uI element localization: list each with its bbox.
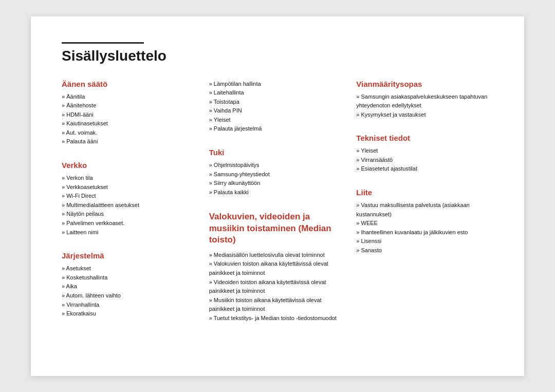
list-item[interactable]: Lämpötilan hallinta [209, 80, 346, 89]
list-item[interactable]: Samsungin asiakaspalvelukeskukseen tapah… [356, 92, 493, 110]
list-item[interactable]: Palvelimen verkkoaset. [62, 219, 199, 228]
list-item[interactable]: HDMI-ääni [62, 110, 199, 120]
section: Äänen säätöÄänitilaÄänitehosteHDMI-ääniK… [62, 80, 199, 147]
list-item[interactable]: Asetukset [62, 264, 199, 273]
column-3: VianmääritysopasSamsungin asiakaspalvelu… [356, 80, 493, 338]
list-item[interactable]: Autom. lähteen vaihto [62, 291, 199, 301]
section-title: Liite [356, 188, 493, 197]
list-item[interactable]: WEEE [356, 219, 493, 228]
list-item[interactable]: Virranhallinta [62, 301, 199, 310]
list-item[interactable]: Kaiutinasetukset [62, 119, 199, 128]
list-item[interactable]: Yleiset [356, 146, 493, 156]
list-item[interactable]: Mediasisällön luettelosivulla olevat toi… [209, 251, 346, 260]
list-item[interactable]: Vastuu maksullisesta palvelusta (asiakka… [356, 201, 493, 219]
list-item[interactable]: Multimedialaittteen asetukset [62, 201, 199, 210]
list-item[interactable]: Äänitila [62, 92, 199, 102]
section: Valokuvien, videoiden ja musiikin toista… [209, 211, 346, 323]
list-item[interactable]: Lisenssi [356, 237, 493, 246]
list-item[interactable]: Musiikin toiston aikana käytettävissä ol… [209, 296, 346, 314]
section: LiiteVastuu maksullisesta palvelusta (as… [356, 188, 493, 255]
list-item[interactable]: Näytön peilaus [62, 210, 199, 219]
section: Lämpötilan hallintaLaitehallintaToistota… [209, 80, 346, 134]
list-item[interactable]: Kysymykset ja vastaukset [356, 110, 493, 120]
section: VianmääritysopasSamsungin asiakaspalvelu… [356, 80, 493, 120]
list-item[interactable]: Yleiset [209, 116, 346, 125]
list-item[interactable]: Sanasto [356, 246, 493, 255]
list-item[interactable]: Palauta ääni [62, 137, 199, 146]
section: TukiOhjelmistopäivitysSamsung-yhteystied… [209, 148, 346, 197]
list-item[interactable]: Aika [62, 282, 199, 291]
list-item[interactable]: Ihanteellinen kuvanlaatu ja jälkikuvien … [356, 228, 493, 237]
title-bar [62, 42, 144, 44]
list-item[interactable]: Aut. voimak. [62, 128, 199, 138]
list-item[interactable]: Siirry alkunäyttöön [209, 179, 346, 188]
list-item[interactable]: Virransäästö [356, 156, 493, 165]
section-title: Valokuvien, videoiden ja musiikin toista… [209, 211, 346, 245]
section-title: Tuki [209, 148, 346, 157]
list-item[interactable]: Verkkoasetukset [62, 183, 199, 192]
section-title: Äänen säätö [62, 80, 199, 88]
page-title: Sisällysluettelo [62, 48, 493, 64]
section-title: Tekniset tiedot [356, 134, 493, 142]
list-item[interactable]: Verkon tila [62, 174, 199, 183]
list-item[interactable]: Vaihda PIN [209, 106, 346, 116]
section: Tekniset tiedotYleisetVirransäästöEsiase… [356, 134, 493, 174]
list-item[interactable]: Palauta järjestelmä [209, 124, 346, 134]
list-item[interactable]: Toistotapa [209, 98, 346, 107]
section-title: Verkko [62, 161, 199, 170]
section: JärjestelmäAsetuksetKosketushallintaAika… [62, 251, 199, 319]
column-1: Äänen säätöÄänitilaÄänitehosteHDMI-ääniK… [62, 80, 209, 338]
section-title: Vianmääritysopas [356, 80, 493, 88]
list-item[interactable]: Palauta kaikki [209, 188, 346, 197]
list-item[interactable]: Samsung-yhteystiedot [209, 170, 346, 179]
list-item[interactable]: Tuetut tekstitys- ja Median toisto -tied… [209, 314, 346, 323]
list-item[interactable]: Kosketushallinta [62, 273, 199, 283]
list-item[interactable]: Ohjelmistopäivitys [209, 161, 346, 170]
list-item[interactable]: Laitteen nimi [62, 228, 199, 237]
content-columns: Äänen säätöÄänitilaÄänitehosteHDMI-ääniK… [62, 80, 493, 338]
page: Sisällysluettelo Äänen säätöÄänitilaÄäni… [31, 16, 524, 376]
list-item[interactable]: Wi-Fi Direct [62, 192, 199, 201]
list-item[interactable]: Äänitehoste [62, 101, 199, 110]
column-2: Lämpötilan hallintaLaitehallintaToistota… [209, 80, 357, 338]
list-item[interactable]: Laitehallinta [209, 88, 346, 98]
list-item[interactable]: Valokuvien toiston aikana käytettävissä … [209, 259, 346, 277]
list-item[interactable]: Ekoratkaisu [62, 309, 199, 319]
list-item[interactable]: Esiasetetut ajastustilat [356, 164, 493, 174]
section: VerkkoVerkon tilaVerkkoasetuksetWi-Fi Di… [62, 161, 199, 237]
section-title: Järjestelmä [62, 251, 199, 260]
list-item[interactable]: Videoiden toiston aikana käytettävissä o… [209, 278, 346, 296]
